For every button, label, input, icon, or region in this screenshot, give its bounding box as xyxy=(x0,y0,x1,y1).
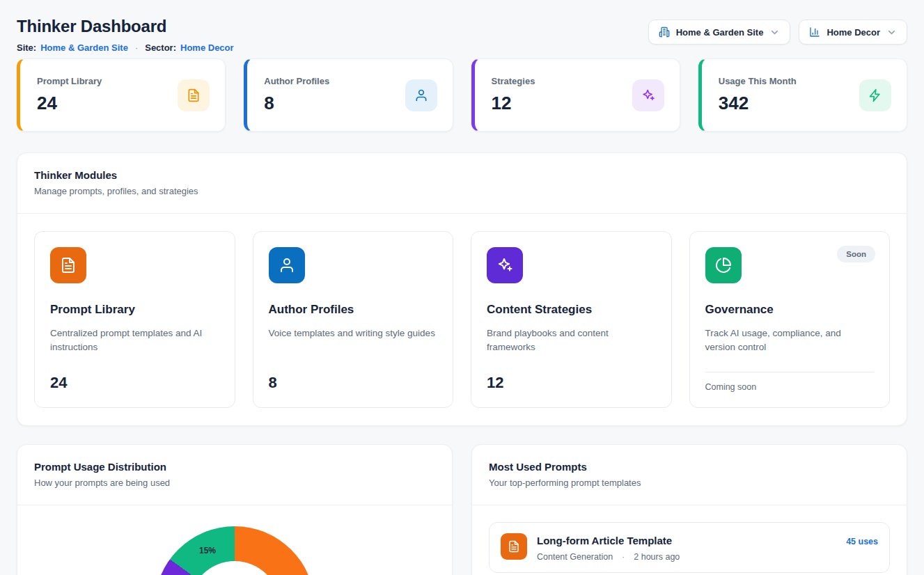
stat-text: Prompt Library 24 xyxy=(37,76,102,114)
prompt-time: 2 hours ago xyxy=(634,552,680,562)
coming-soon-label: Coming soon xyxy=(705,382,875,392)
prompt-category: Content Generation xyxy=(537,552,613,562)
sector-selector-label: Home Decor xyxy=(827,27,880,38)
stat-value: 24 xyxy=(37,93,102,114)
site-label: Site: xyxy=(17,42,36,53)
donut-chart: 15% xyxy=(155,526,315,575)
stat-text: Strategies 12 xyxy=(492,76,535,114)
stat-card-strategies: Strategies 12 xyxy=(471,58,680,132)
pie-chart-icon xyxy=(705,247,742,283)
site-selector-dropdown[interactable]: Home & Garden Site xyxy=(648,19,791,45)
stat-card-prompt-library: Prompt Library 24 xyxy=(17,58,226,132)
modules-title: Thinker Modules xyxy=(34,169,890,181)
usage-panel-subtitle: How your prompts are being used xyxy=(34,478,435,488)
prompt-list-item[interactable]: Long-form Article Template Content Gener… xyxy=(489,522,890,573)
module-description: Brand playbooks and content frameworks xyxy=(487,326,656,355)
module-title: Content Strategies xyxy=(487,303,656,317)
module-count: 8 xyxy=(269,374,438,392)
usage-distribution-panel: Prompt Usage Distribution How your promp… xyxy=(17,444,453,575)
document-icon xyxy=(501,533,527,560)
breadcrumb-separator: · xyxy=(135,42,138,53)
stat-card-usage: Usage This Month 342 xyxy=(698,58,907,132)
title-block: Thinker Dashboard Site: Home & Garden Si… xyxy=(17,17,234,53)
stats-row: Prompt Library 24 Author Profiles 8 Stra… xyxy=(17,58,907,132)
meta-separator: · xyxy=(622,552,625,562)
stat-card-author-profiles: Author Profiles 8 xyxy=(244,58,453,132)
header: Thinker Dashboard Site: Home & Garden Si… xyxy=(17,17,907,53)
donut-chart-area: 15% xyxy=(17,505,452,575)
sparkle-star-icon xyxy=(487,247,523,283)
thinker-dashboard-page: Thinker Dashboard Site: Home & Garden Si… xyxy=(0,0,924,575)
sector-selector-dropdown[interactable]: Home Decor xyxy=(799,19,907,45)
prompts-panel-header: Most Used Prompts Your top-performing pr… xyxy=(472,445,907,505)
breadcrumb: Site: Home & Garden Site · Sector: Home … xyxy=(17,42,234,53)
donut-segment-label: 15% xyxy=(199,546,216,556)
prompt-uses-badge: 45 uses xyxy=(846,537,878,546)
stat-text: Usage This Month 342 xyxy=(719,76,797,114)
document-icon xyxy=(50,247,86,283)
prompt-title: Long-form Article Template xyxy=(537,535,836,546)
prompt-info: Long-form Article Template Content Gener… xyxy=(537,533,836,562)
header-selectors: Home & Garden Site Home Decor xyxy=(648,19,907,45)
stat-label: Usage This Month xyxy=(719,76,797,86)
module-description: Voice templates and writing style guides xyxy=(269,326,438,340)
module-card-content-strategies[interactable]: Content Strategies Brand playbooks and c… xyxy=(471,231,672,408)
site-link[interactable]: Home & Garden Site xyxy=(40,42,128,53)
bottom-row: Prompt Usage Distribution How your promp… xyxy=(17,444,907,575)
person-icon xyxy=(405,79,437,111)
stat-value: 342 xyxy=(719,93,797,114)
module-title: Author Profiles xyxy=(269,303,438,317)
stat-label: Author Profiles xyxy=(264,76,329,86)
most-used-prompts-panel: Most Used Prompts Your top-performing pr… xyxy=(471,444,907,575)
document-icon xyxy=(178,79,210,111)
module-card-author-profiles[interactable]: Author Profiles Voice templates and writ… xyxy=(253,231,454,408)
sector-label: Sector: xyxy=(145,42,176,53)
usage-panel-title: Prompt Usage Distribution xyxy=(34,461,435,473)
module-count: 12 xyxy=(487,374,656,392)
prompts-panel-title: Most Used Prompts xyxy=(489,461,890,473)
module-card-governance[interactable]: Soon Governance Track AI usage, complian… xyxy=(689,231,891,408)
modules-header: Thinker Modules Manage prompts, profiles… xyxy=(17,153,907,214)
lightning-icon xyxy=(859,79,891,111)
page-title: Thinker Dashboard xyxy=(17,17,234,36)
site-selector-label: Home & Garden Site xyxy=(676,27,764,38)
sparkle-star-icon xyxy=(632,79,664,111)
person-icon xyxy=(269,247,305,283)
modules-grid: Prompt Library Centralized prompt templa… xyxy=(17,214,907,425)
prompts-panel-subtitle: Your top-performing prompt templates xyxy=(489,478,890,488)
module-count: 24 xyxy=(50,374,219,392)
module-description: Centralized prompt templates and AI inst… xyxy=(50,326,219,355)
usage-panel-header: Prompt Usage Distribution How your promp… xyxy=(17,445,452,505)
stat-value: 8 xyxy=(264,93,329,114)
soon-badge: Soon xyxy=(837,246,875,262)
prompt-meta: Content Generation · 2 hours ago xyxy=(537,552,836,562)
module-title: Prompt Library xyxy=(50,303,219,317)
stat-label: Prompt Library xyxy=(37,76,102,86)
sector-link[interactable]: Home Decor xyxy=(180,42,234,53)
module-card-prompt-library[interactable]: Prompt Library Centralized prompt templa… xyxy=(34,231,235,408)
modules-subtitle: Manage prompts, profiles, and strategies xyxy=(34,186,890,196)
chevron-down-icon xyxy=(886,27,897,38)
stat-text: Author Profiles 8 xyxy=(264,76,329,114)
module-title: Governance xyxy=(705,303,875,317)
stat-value: 12 xyxy=(492,93,535,114)
module-description: Track AI usage, compliance, and version … xyxy=(705,326,875,355)
building-icon xyxy=(659,26,670,38)
chevron-down-icon xyxy=(769,27,780,38)
stat-label: Strategies xyxy=(492,76,535,86)
bar-chart-icon xyxy=(809,26,820,38)
module-divider xyxy=(705,372,875,372)
thinker-modules-section: Thinker Modules Manage prompts, profiles… xyxy=(17,152,907,426)
